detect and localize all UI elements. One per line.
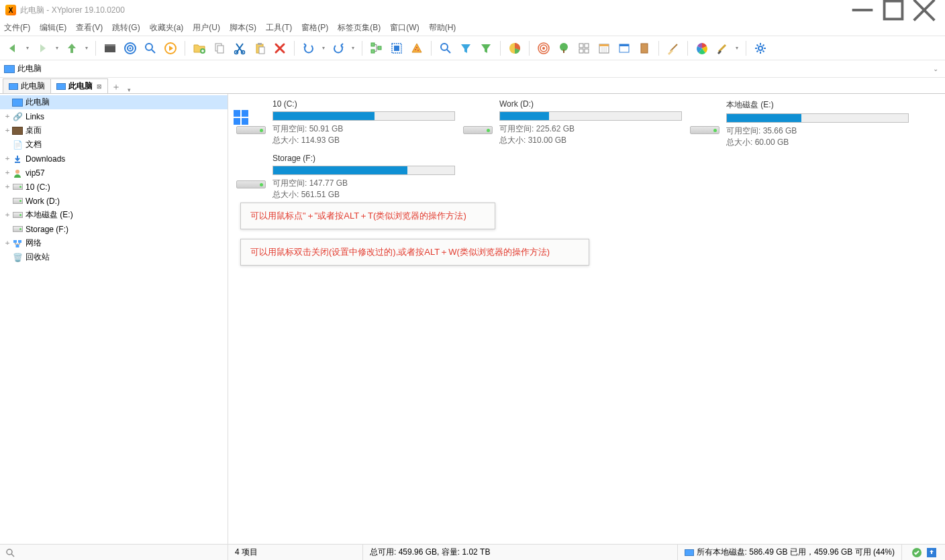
search-icon[interactable]: [437, 40, 454, 57]
brush-icon[interactable]: [713, 40, 731, 57]
drive-item[interactable]: 本地磁盘 (E:) 可用空间: 35.66 GB 总大小: 60.00 GB: [687, 99, 909, 148]
tree-item-drive-c[interactable]: + 10 (C:): [0, 180, 228, 194]
svg-point-26: [417, 50, 419, 51]
delete-icon[interactable]: [271, 40, 289, 57]
expand-icon[interactable]: +: [3, 182, 12, 192]
tree-item-network[interactable]: + 网络: [0, 236, 228, 250]
broom-icon[interactable]: [664, 40, 682, 57]
menu-window[interactable]: 窗口(W): [390, 22, 419, 34]
new-folder-icon[interactable]: [191, 40, 208, 57]
back-button[interactable]: [4, 40, 21, 57]
up-button[interactable]: [63, 40, 81, 57]
calendar-icon[interactable]: [595, 40, 613, 57]
drive-item[interactable]: Work (D:) 可用空间: 225.62 GB 总大小: 310.00 GB: [460, 99, 682, 148]
pizza-icon[interactable]: [408, 40, 426, 57]
tree-icon[interactable]: [368, 40, 385, 57]
cut-icon[interactable]: [231, 40, 248, 57]
drive-name: 本地磁盘 (E:): [726, 99, 909, 111]
tree-item-user[interactable]: + vip57: [0, 166, 228, 180]
spiral-icon[interactable]: [535, 40, 552, 57]
search-target-icon[interactable]: [142, 40, 159, 57]
filter-icon[interactable]: [457, 40, 475, 57]
play-icon[interactable]: [162, 40, 179, 57]
menu-view[interactable]: 查看(V): [76, 22, 103, 34]
gear-icon[interactable]: [752, 40, 769, 57]
menu-help[interactable]: 帮助(H): [429, 22, 456, 34]
terminal-icon[interactable]: [101, 40, 119, 57]
svg-rect-38: [579, 49, 583, 53]
svg-point-8: [130, 47, 132, 49]
menu-tools[interactable]: 工具(T): [266, 22, 292, 34]
menu-edit[interactable]: 编辑(E): [40, 22, 66, 34]
expand-icon[interactable]: +: [3, 211, 12, 220]
expand-icon[interactable]: +: [3, 168, 12, 178]
status-search[interactable]: [0, 545, 228, 560]
tabs-dropdown[interactable]: ▾: [125, 87, 134, 93]
tree-green-icon[interactable]: [555, 40, 573, 57]
expand-icon[interactable]: +: [3, 112, 12, 121]
grid4-icon[interactable]: [575, 40, 593, 57]
piechart-icon[interactable]: [506, 40, 524, 57]
redo-dropdown[interactable]: ▾: [350, 45, 356, 51]
redo-icon[interactable]: [330, 40, 347, 57]
menu-scripts[interactable]: 脚本(S): [230, 22, 256, 34]
menu-go[interactable]: 跳转(G): [112, 22, 140, 34]
tab-close-icon[interactable]: ⊠: [97, 83, 102, 90]
copy-icon[interactable]: [211, 40, 228, 57]
tree-item-documents[interactable]: 📄 文档: [0, 137, 228, 152]
svg-point-65: [7, 549, 12, 555]
svg-rect-64: [16, 245, 19, 247]
drive-item[interactable]: 10 (C:) 可用空间: 50.91 GB 总大小: 114.93 GB: [234, 99, 455, 148]
menu-favorites[interactable]: 收藏夹(a): [150, 22, 184, 34]
book-icon[interactable]: [636, 40, 653, 57]
tree-item-links[interactable]: + 🔗 Links: [0, 109, 228, 123]
menu-panes[interactable]: 窗格(P): [301, 22, 328, 34]
tree-item-drive-d[interactable]: Work (D:): [0, 194, 228, 208]
expand-icon[interactable]: +: [3, 154, 12, 164]
svg-rect-35: [563, 50, 564, 53]
drive-name: 10 (C:): [272, 99, 455, 109]
tree-item-drive-e[interactable]: + 本地磁盘 (E:): [0, 208, 228, 222]
window-icon[interactable]: [615, 40, 633, 57]
menu-tabsets[interactable]: 标签页集(B): [338, 22, 381, 34]
menu-user[interactable]: 用户(U): [193, 22, 220, 34]
drive-item[interactable]: Storage (F:) 可用空间: 147.77 GB 总大小: 561.51…: [234, 154, 455, 201]
filter-green-icon[interactable]: [477, 40, 495, 57]
brush-dropdown[interactable]: ▾: [734, 45, 740, 51]
tree-item-recycle[interactable]: 🗑️ 回收站: [0, 250, 228, 264]
target-icon[interactable]: [121, 40, 139, 57]
maximize-button[interactable]: [878, 0, 909, 20]
folder-tree[interactable]: 此电脑 + 🔗 Links + 桌面 📄 文档 + Downloads + vi…: [0, 94, 228, 544]
tab-2[interactable]: 此电脑 ⊠: [50, 78, 108, 93]
forward-dropdown[interactable]: ▾: [54, 45, 60, 51]
select-all-icon[interactable]: [388, 40, 405, 57]
svg-rect-37: [585, 44, 589, 48]
tab-1[interactable]: 此电脑: [3, 78, 51, 93]
computer-icon: [56, 83, 66, 90]
tree-item-this-pc[interactable]: 此电脑: [0, 95, 228, 109]
expand-icon[interactable]: +: [3, 126, 12, 135]
undo-icon[interactable]: [300, 40, 317, 57]
address-dropdown-icon[interactable]: ⌄: [930, 65, 941, 72]
expand-icon[interactable]: +: [3, 239, 12, 248]
colorwheel-icon[interactable]: [693, 40, 711, 57]
status-item-count: 4 项目: [228, 545, 362, 560]
paste-icon[interactable]: [251, 40, 268, 57]
tab-add-button[interactable]: ＋: [107, 81, 125, 93]
tree-item-downloads[interactable]: + Downloads: [0, 152, 228, 166]
close-button[interactable]: [909, 0, 940, 20]
address-bar[interactable]: 此电脑 ⌄: [0, 60, 945, 78]
minimize-button[interactable]: [847, 0, 878, 20]
forward-button[interactable]: [34, 40, 51, 57]
status-all-drives: 所有本地磁盘: 586.49 GB 已用，459.96 GB 可用 (44%): [677, 545, 901, 560]
back-dropdown[interactable]: ▾: [24, 45, 31, 51]
svg-rect-39: [585, 49, 589, 53]
tree-item-drive-f[interactable]: Storage (F:): [0, 222, 228, 236]
undo-dropdown[interactable]: ▾: [320, 45, 327, 51]
menu-file[interactable]: 文件(F): [4, 22, 30, 34]
tip-text: 可以用鼠标点"＋"或者按ALT＋T(类似浏览器的操作方法): [250, 211, 466, 221]
tree-item-desktop[interactable]: + 桌面: [0, 123, 228, 137]
svg-line-56: [757, 44, 758, 46]
up-dropdown[interactable]: ▾: [83, 45, 90, 51]
svg-line-58: [757, 50, 758, 52]
